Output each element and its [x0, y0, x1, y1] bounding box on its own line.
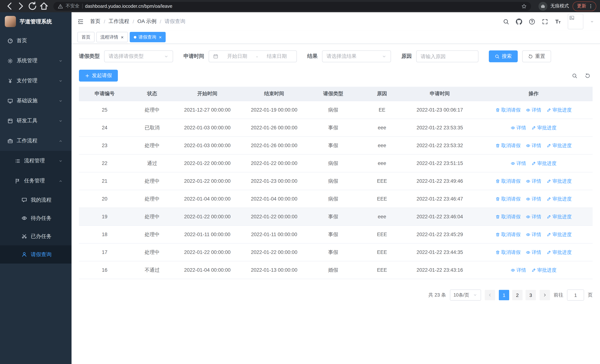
- tab-close-icon[interactable]: ×: [121, 35, 124, 39]
- help-button[interactable]: [529, 18, 535, 25]
- result-placeholder: 请选择流结果: [327, 53, 382, 60]
- row-action-view[interactable]: 详情: [510, 124, 526, 131]
- page-button-1[interactable]: 1: [499, 290, 509, 300]
- row-action-view[interactable]: 详情: [526, 196, 541, 202]
- row-action-delete[interactable]: 取消请假: [495, 213, 521, 220]
- sidebar-item-9[interactable]: 我的流程: [0, 191, 72, 209]
- user-avatar[interactable]: [568, 14, 583, 29]
- breadcrumb-item[interactable]: 工作流程: [109, 18, 129, 25]
- sidebar-item-4[interactable]: 基础设施: [0, 91, 72, 111]
- tab-流程详情[interactable]: 流程详情×: [96, 32, 128, 42]
- sidebar-item-1[interactable]: 首页: [0, 31, 72, 51]
- sidebar-item-10[interactable]: 待办任务: [0, 209, 72, 227]
- row-action-edit[interactable]: 审批进度: [531, 267, 556, 273]
- row-action-delete[interactable]: 取消请假: [495, 107, 521, 113]
- cell-actions: 详情审批进度: [474, 261, 593, 279]
- pagination-pages: 123: [499, 290, 536, 300]
- leave-type-select[interactable]: 请选择请假类型: [104, 50, 173, 62]
- row-action-edit[interactable]: 审批进度: [546, 196, 572, 202]
- back-button[interactable]: [4, 1, 14, 11]
- refresh-table-button[interactable]: [585, 73, 590, 78]
- sidebar-item-7[interactable]: 流程管理: [0, 151, 72, 171]
- search-button[interactable]: [503, 18, 509, 25]
- browser-menu-icon[interactable]: [588, 3, 593, 9]
- font-size-button[interactable]: [555, 18, 561, 25]
- row-action-edit[interactable]: 审批进度: [531, 124, 556, 131]
- url-bar[interactable]: 不安全 dashboard.yudao.iocoder.cn/bpm/oa/le…: [53, 2, 531, 10]
- reason-input[interactable]: [417, 51, 478, 62]
- cell-actions: 取消请假详情审批进度: [474, 172, 593, 190]
- tab-首页[interactable]: 首页: [77, 32, 94, 42]
- fullscreen-button[interactable]: [542, 18, 548, 25]
- page-size-select[interactable]: 10条/页: [450, 289, 481, 301]
- sidebar-item-label: 支付管理: [17, 77, 38, 84]
- tab-close-icon[interactable]: ×: [159, 35, 162, 39]
- sidebar-item-5[interactable]: 研发工具: [0, 111, 72, 131]
- search-submit-button[interactable]: 搜索: [489, 50, 518, 62]
- row-action-view[interactable]: 详情: [510, 160, 526, 167]
- row-action-view[interactable]: 详情: [526, 231, 541, 238]
- cell-id: 19: [79, 208, 130, 225]
- prev-page-button[interactable]: [485, 290, 495, 300]
- row-action-view[interactable]: 详情: [526, 178, 541, 184]
- result-select[interactable]: 请选择流结果: [322, 50, 391, 62]
- row-action-view[interactable]: 详情: [526, 107, 541, 113]
- sidebar-item-12[interactable]: 请假查询: [0, 245, 72, 263]
- home-button[interactable]: [39, 1, 49, 11]
- browser-chrome: 不安全 dashboard.yudao.iocoder.cn/bpm/oa/le…: [0, 0, 600, 12]
- sidebar-item-8[interactable]: 任务管理: [0, 171, 72, 191]
- action-label: 取消请假: [501, 231, 521, 238]
- row-action-view[interactable]: 详情: [510, 267, 526, 273]
- breadcrumb-item: 请假查询: [165, 18, 185, 25]
- edit-icon: [546, 232, 551, 237]
- row-action-edit[interactable]: 审批进度: [546, 231, 572, 238]
- goto-page-input[interactable]: [567, 289, 584, 301]
- sidebar-item-2[interactable]: 系统管理: [0, 51, 72, 71]
- leave-table: 申请编号状态开始时间结束时间请假类型原因申请时间操作 25处理中2021-12-…: [79, 87, 593, 279]
- row-action-delete[interactable]: 取消请假: [495, 142, 521, 149]
- action-label: 审批进度: [552, 196, 572, 202]
- row-action-edit[interactable]: 审批进度: [531, 160, 556, 167]
- row-action-view[interactable]: 详情: [526, 142, 541, 149]
- date-range-picker[interactable]: 开始日期 - 结束日期: [209, 50, 297, 62]
- create-leave-button[interactable]: 发起请假: [79, 70, 118, 82]
- sidebar-item-11[interactable]: 已办任务: [0, 227, 72, 245]
- breadcrumb-item[interactable]: 首页: [90, 18, 100, 25]
- page-button-2[interactable]: 2: [512, 290, 523, 300]
- collapse-sidebar-button[interactable]: [77, 18, 84, 25]
- row-action-edit[interactable]: 审批进度: [546, 249, 572, 256]
- cell-end: 2022-01-19 00:00:00: [241, 101, 307, 119]
- sidebar-item-3[interactable]: 支付管理: [0, 71, 72, 91]
- bookmark-star-button[interactable]: [521, 3, 527, 9]
- row-action-delete[interactable]: 取消请假: [495, 178, 521, 184]
- action-label: 审批进度: [552, 213, 572, 220]
- table-row: 18处理中2022-01-11 00:00:002022-01-11 00:00…: [79, 225, 593, 243]
- sidebar: 芋道管理系统 首页系统管理支付管理基础设施研发工具工作流程流程管理任务管理我的流…: [0, 12, 72, 364]
- row-action-delete[interactable]: 取消请假: [495, 249, 521, 256]
- user-menu-caret-icon[interactable]: [590, 19, 594, 24]
- row-action-view[interactable]: 详情: [526, 249, 541, 256]
- column-header: 状态: [130, 87, 174, 101]
- breadcrumb-item[interactable]: OA 示例: [138, 18, 157, 25]
- row-action-edit[interactable]: 审批进度: [546, 178, 572, 184]
- cell-start: 2022-01-04 00:00:00: [174, 190, 241, 208]
- sidebar-item-6[interactable]: 工作流程: [0, 131, 72, 151]
- row-action-view[interactable]: 详情: [526, 213, 541, 220]
- reload-button[interactable]: [28, 1, 38, 11]
- row-action-delete[interactable]: 取消请假: [495, 196, 521, 202]
- cell-status: 处理中: [130, 243, 174, 261]
- reset-button[interactable]: 重置: [522, 50, 551, 62]
- toggle-search-button[interactable]: [572, 73, 577, 78]
- row-action-delete[interactable]: 取消请假: [495, 231, 521, 238]
- update-button[interactable]: 更新: [572, 1, 596, 11]
- github-link[interactable]: [516, 18, 522, 25]
- forward-button[interactable]: [16, 1, 26, 11]
- goto-label: 前往: [554, 292, 563, 299]
- next-page-button[interactable]: [540, 290, 550, 300]
- table-body: 25处理中2021-12-27 00:00:002022-01-19 00:00…: [79, 101, 593, 279]
- row-action-edit[interactable]: 审批进度: [546, 107, 572, 113]
- row-action-edit[interactable]: 审批进度: [546, 142, 572, 149]
- page-button-3[interactable]: 3: [525, 290, 536, 300]
- row-action-edit[interactable]: 审批进度: [546, 213, 572, 220]
- tab-请假查询[interactable]: 请假查询×: [130, 32, 166, 42]
